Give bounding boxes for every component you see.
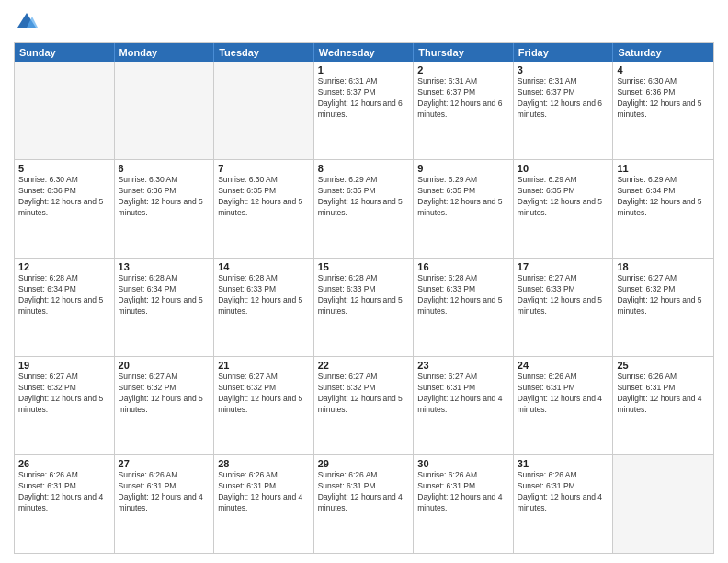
calendar-cell: 24Sunrise: 6:26 AM Sunset: 6:31 PM Dayli…	[514, 357, 614, 454]
calendar-cell: 18Sunrise: 6:27 AM Sunset: 6:32 PM Dayli…	[613, 259, 713, 356]
calendar-cell: 10Sunrise: 6:29 AM Sunset: 6:35 PM Dayli…	[514, 160, 614, 258]
day-info: Sunrise: 6:26 AM Sunset: 6:31 PM Dayligh…	[318, 470, 410, 514]
calendar-cell: 5Sunrise: 6:30 AM Sunset: 6:36 PM Daylig…	[15, 160, 115, 258]
day-number: 28	[218, 458, 310, 469]
calendar: SundayMondayTuesdayWednesdayThursdayFrid…	[14, 42, 714, 554]
day-number: 9	[417, 163, 509, 174]
day-info: Sunrise: 6:26 AM Sunset: 6:31 PM Dayligh…	[518, 470, 609, 514]
day-number: 16	[417, 261, 509, 272]
day-number: 19	[18, 360, 110, 371]
calendar-cell: 29Sunrise: 6:26 AM Sunset: 6:31 PM Dayli…	[314, 455, 415, 553]
day-info: Sunrise: 6:31 AM Sunset: 6:37 PM Dayligh…	[518, 76, 609, 121]
calendar-cell: 25Sunrise: 6:26 AM Sunset: 6:31 PM Dayli…	[613, 357, 713, 454]
day-info: Sunrise: 6:28 AM Sunset: 6:34 PM Dayligh…	[18, 273, 110, 317]
calendar-cell: 21Sunrise: 6:27 AM Sunset: 6:32 PM Dayli…	[214, 357, 314, 454]
calendar-cell: 8Sunrise: 6:29 AM Sunset: 6:35 PM Daylig…	[314, 160, 415, 258]
day-number: 29	[318, 458, 410, 469]
logo	[14, 9, 45, 35]
day-info: Sunrise: 6:28 AM Sunset: 6:33 PM Dayligh…	[218, 273, 310, 317]
calendar-cell	[214, 62, 314, 159]
day-number: 22	[318, 360, 410, 371]
calendar-header: SundayMondayTuesdayWednesdayThursdayFrid…	[15, 43, 713, 62]
calendar-cell: 17Sunrise: 6:27 AM Sunset: 6:33 PM Dayli…	[514, 259, 614, 356]
day-number: 13	[119, 261, 210, 272]
calendar-row: 12Sunrise: 6:28 AM Sunset: 6:34 PM Dayli…	[15, 258, 713, 356]
day-number: 21	[218, 360, 310, 371]
day-info: Sunrise: 6:26 AM Sunset: 6:31 PM Dayligh…	[518, 372, 609, 416]
calendar-cell: 9Sunrise: 6:29 AM Sunset: 6:35 PM Daylig…	[414, 160, 514, 258]
calendar-header-day: Thursday	[414, 43, 514, 62]
day-info: Sunrise: 6:30 AM Sunset: 6:36 PM Dayligh…	[18, 175, 110, 219]
day-info: Sunrise: 6:26 AM Sunset: 6:31 PM Dayligh…	[218, 470, 310, 514]
day-number: 18	[617, 261, 710, 272]
day-info: Sunrise: 6:31 AM Sunset: 6:37 PM Dayligh…	[318, 76, 410, 121]
calendar-cell: 11Sunrise: 6:29 AM Sunset: 6:34 PM Dayli…	[613, 160, 713, 258]
day-number: 27	[119, 458, 210, 469]
calendar-row: 1Sunrise: 6:31 AM Sunset: 6:37 PM Daylig…	[15, 62, 713, 159]
calendar-body: 1Sunrise: 6:31 AM Sunset: 6:37 PM Daylig…	[15, 62, 713, 553]
calendar-header-day: Wednesday	[314, 43, 415, 62]
day-number: 23	[417, 360, 509, 371]
day-number: 25	[617, 360, 710, 371]
day-info: Sunrise: 6:26 AM Sunset: 6:31 PM Dayligh…	[119, 470, 210, 514]
calendar-row: 5Sunrise: 6:30 AM Sunset: 6:36 PM Daylig…	[15, 159, 713, 258]
day-number: 30	[417, 458, 509, 469]
day-number: 7	[218, 163, 310, 174]
day-number: 5	[18, 163, 110, 174]
calendar-cell: 23Sunrise: 6:27 AM Sunset: 6:31 PM Dayli…	[414, 357, 514, 454]
day-info: Sunrise: 6:30 AM Sunset: 6:35 PM Dayligh…	[218, 175, 310, 219]
day-info: Sunrise: 6:29 AM Sunset: 6:35 PM Dayligh…	[318, 175, 410, 219]
day-number: 14	[218, 261, 310, 272]
calendar-cell: 15Sunrise: 6:28 AM Sunset: 6:33 PM Dayli…	[314, 259, 415, 356]
calendar-header-day: Friday	[514, 43, 614, 62]
calendar-cell: 6Sunrise: 6:30 AM Sunset: 6:36 PM Daylig…	[115, 160, 215, 258]
calendar-cell	[613, 455, 713, 553]
day-number: 26	[18, 458, 110, 469]
day-number: 6	[119, 163, 210, 174]
day-info: Sunrise: 6:31 AM Sunset: 6:37 PM Dayligh…	[417, 76, 509, 121]
day-number: 12	[18, 261, 110, 272]
header	[14, 9, 714, 35]
day-number: 2	[417, 64, 509, 75]
calendar-cell: 14Sunrise: 6:28 AM Sunset: 6:33 PM Dayli…	[214, 259, 314, 356]
day-number: 31	[518, 458, 609, 469]
day-info: Sunrise: 6:28 AM Sunset: 6:33 PM Dayligh…	[318, 273, 410, 317]
day-number: 4	[617, 64, 710, 75]
day-number: 8	[318, 163, 410, 174]
day-info: Sunrise: 6:29 AM Sunset: 6:35 PM Dayligh…	[518, 175, 609, 219]
day-info: Sunrise: 6:26 AM Sunset: 6:31 PM Dayligh…	[18, 470, 110, 514]
calendar-row: 19Sunrise: 6:27 AM Sunset: 6:32 PM Dayli…	[15, 356, 713, 454]
calendar-cell: 20Sunrise: 6:27 AM Sunset: 6:32 PM Dayli…	[115, 357, 215, 454]
day-info: Sunrise: 6:29 AM Sunset: 6:34 PM Dayligh…	[617, 175, 710, 219]
day-number: 3	[518, 64, 609, 75]
calendar-cell: 13Sunrise: 6:28 AM Sunset: 6:34 PM Dayli…	[115, 259, 215, 356]
calendar-row: 26Sunrise: 6:26 AM Sunset: 6:31 PM Dayli…	[15, 454, 713, 553]
day-info: Sunrise: 6:28 AM Sunset: 6:33 PM Dayligh…	[417, 273, 509, 317]
day-info: Sunrise: 6:30 AM Sunset: 6:36 PM Dayligh…	[119, 175, 210, 219]
calendar-cell: 4Sunrise: 6:30 AM Sunset: 6:36 PM Daylig…	[613, 62, 713, 159]
day-number: 20	[119, 360, 210, 371]
calendar-cell: 1Sunrise: 6:31 AM Sunset: 6:37 PM Daylig…	[314, 62, 415, 159]
calendar-cell: 31Sunrise: 6:26 AM Sunset: 6:31 PM Dayli…	[514, 455, 614, 553]
calendar-cell: 7Sunrise: 6:30 AM Sunset: 6:35 PM Daylig…	[214, 160, 314, 258]
day-info: Sunrise: 6:27 AM Sunset: 6:32 PM Dayligh…	[119, 372, 210, 416]
day-info: Sunrise: 6:30 AM Sunset: 6:36 PM Dayligh…	[617, 76, 710, 121]
day-info: Sunrise: 6:27 AM Sunset: 6:33 PM Dayligh…	[518, 273, 609, 317]
day-info: Sunrise: 6:27 AM Sunset: 6:32 PM Dayligh…	[18, 372, 110, 416]
calendar-cell: 27Sunrise: 6:26 AM Sunset: 6:31 PM Dayli…	[115, 455, 215, 553]
calendar-cell: 19Sunrise: 6:27 AM Sunset: 6:32 PM Dayli…	[15, 357, 115, 454]
day-number: 10	[518, 163, 609, 174]
calendar-cell: 22Sunrise: 6:27 AM Sunset: 6:32 PM Dayli…	[314, 357, 415, 454]
calendar-header-day: Tuesday	[214, 43, 314, 62]
day-number: 11	[617, 163, 710, 174]
day-info: Sunrise: 6:29 AM Sunset: 6:35 PM Dayligh…	[417, 175, 509, 219]
day-info: Sunrise: 6:28 AM Sunset: 6:34 PM Dayligh…	[119, 273, 210, 317]
calendar-cell: 3Sunrise: 6:31 AM Sunset: 6:37 PM Daylig…	[514, 62, 614, 159]
calendar-cell: 16Sunrise: 6:28 AM Sunset: 6:33 PM Dayli…	[414, 259, 514, 356]
calendar-cell	[15, 62, 115, 159]
calendar-cell: 28Sunrise: 6:26 AM Sunset: 6:31 PM Dayli…	[214, 455, 314, 553]
day-number: 15	[318, 261, 410, 272]
calendar-cell: 26Sunrise: 6:26 AM Sunset: 6:31 PM Dayli…	[15, 455, 115, 553]
day-number: 1	[318, 64, 410, 75]
calendar-cell: 12Sunrise: 6:28 AM Sunset: 6:34 PM Dayli…	[15, 259, 115, 356]
